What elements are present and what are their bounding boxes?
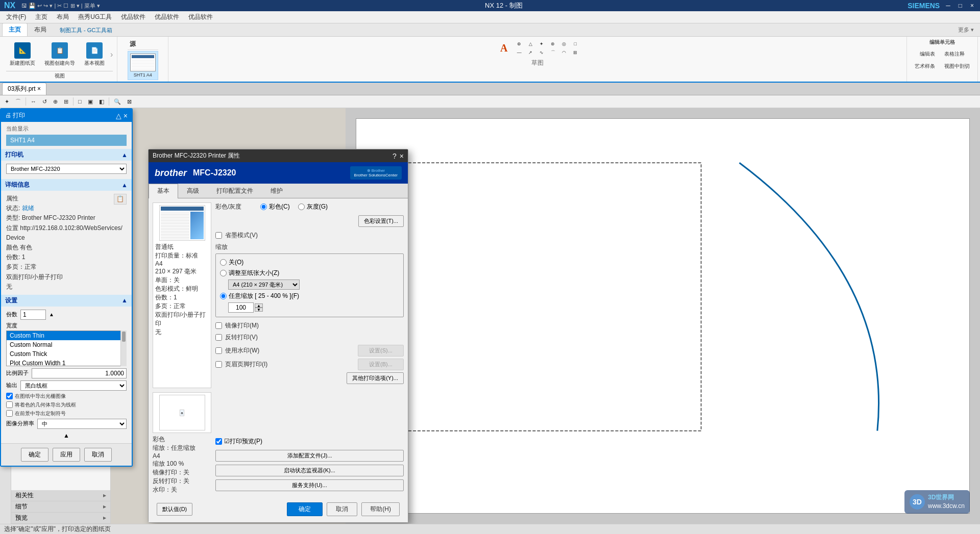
listbox-item-2[interactable]: Custom Thick bbox=[7, 349, 126, 359]
tab-basic[interactable]: 基本 bbox=[149, 184, 178, 198]
radio-scale-off[interactable]: 关(O) bbox=[220, 258, 243, 267]
btn-dim1[interactable]: ⊞ bbox=[570, 48, 580, 57]
tool-scale[interactable]: ⊕ bbox=[51, 97, 60, 106]
btn-line1[interactable]: — bbox=[514, 48, 524, 57]
print-printer-section-header[interactable]: 打印机 ▲ bbox=[1, 149, 132, 161]
reverse-check[interactable] bbox=[215, 334, 222, 341]
btn-apply[interactable]: 应用 bbox=[53, 448, 80, 462]
props-cancel-btn[interactable]: 取消 bbox=[327, 502, 357, 516]
btn-text[interactable]: A bbox=[495, 41, 513, 56]
copies-input[interactable] bbox=[20, 310, 46, 320]
btn-table-note[interactable]: 表格注释 bbox=[941, 49, 968, 59]
props-help-footer-btn[interactable]: 帮助(H) bbox=[361, 502, 400, 516]
btn-view-create[interactable]: 📋 视图创建向导 bbox=[41, 41, 79, 68]
save-toner-check[interactable] bbox=[215, 232, 222, 239]
mirror-check[interactable] bbox=[215, 322, 222, 329]
doc-tab-0[interactable]: 03系列.prt × bbox=[2, 83, 46, 95]
tool-view1[interactable]: □ bbox=[76, 97, 84, 106]
close-button[interactable]: × bbox=[968, 2, 976, 9]
tool-rotate[interactable]: ↺ bbox=[40, 97, 50, 106]
print-preview-check[interactable] bbox=[215, 438, 222, 445]
service-btn[interactable]: 服务支持(U)... bbox=[215, 479, 404, 491]
print-dialog-close[interactable]: × bbox=[124, 112, 128, 120]
btn-symbol4[interactable]: ⊗ bbox=[548, 40, 558, 48]
color-settings-button[interactable]: 色彩设置(T)... bbox=[358, 215, 404, 227]
btn-art-sample[interactable]: 艺术样条 bbox=[911, 61, 939, 71]
tool-mirror[interactable]: ⊞ bbox=[61, 97, 71, 106]
check-symbols[interactable] bbox=[6, 410, 13, 417]
check-raster[interactable] bbox=[6, 393, 13, 399]
other-options-btn[interactable]: 其他打印选项(Y)... bbox=[347, 372, 404, 384]
btn-symbol6[interactable]: □ bbox=[570, 40, 580, 48]
tab-advanced[interactable]: 高级 bbox=[178, 184, 208, 198]
image-res-select[interactable]: 中 bbox=[37, 419, 127, 429]
header-settings-btn[interactable]: 设置(B)... bbox=[358, 359, 404, 370]
scale-value-input[interactable] bbox=[228, 302, 254, 313]
source-sheet-preview[interactable]: SHT1 A4 bbox=[128, 51, 158, 80]
radio-scale-fit-input[interactable] bbox=[220, 270, 227, 276]
watermark-check[interactable] bbox=[215, 347, 222, 354]
radio-scale-fit[interactable]: 调整至纸张大小(Z) bbox=[220, 269, 279, 277]
width-listbox[interactable]: Custom Thin Custom Normal Custom Thick P… bbox=[6, 330, 127, 366]
menu-premium1[interactable]: 优品软件 bbox=[117, 12, 150, 22]
btn-symbol1[interactable]: ⊕ bbox=[514, 40, 524, 48]
tab-maintenance[interactable]: 维护 bbox=[262, 184, 291, 198]
btn-symbol2[interactable]: △ bbox=[525, 40, 535, 48]
btn-line5[interactable]: ◠ bbox=[559, 48, 569, 57]
paper-size-select[interactable]: A4 (210 × 297 毫米) bbox=[228, 279, 300, 290]
btn-line3[interactable]: ∿ bbox=[536, 48, 547, 57]
listbox-scrollbar[interactable] bbox=[120, 330, 127, 366]
tab-layout[interactable]: 布局 bbox=[28, 23, 53, 36]
btn-new-drawing[interactable]: 📐 新建图纸页 bbox=[6, 41, 39, 68]
listbox-item-3[interactable]: Plot Custom Width 1 bbox=[7, 359, 126, 366]
props-close-btn[interactable]: × bbox=[400, 152, 404, 160]
start-monitor-btn[interactable]: 启动状态监视器(K)... bbox=[215, 465, 404, 476]
menu-home[interactable]: 主页 bbox=[31, 12, 52, 22]
btn-line2[interactable]: ↗ bbox=[525, 48, 535, 57]
btn-base-view[interactable]: 📄 基本视图 bbox=[81, 41, 108, 68]
section-detail-header[interactable]: 细节 ▶ bbox=[11, 501, 110, 513]
property-icon-btn[interactable]: 📋 bbox=[114, 194, 127, 205]
print-preview-check-label[interactable]: ☑打印预览(P) bbox=[215, 437, 404, 446]
radio-scale-custom-input[interactable] bbox=[220, 293, 227, 299]
btn-line4[interactable]: ⌒ bbox=[548, 48, 558, 57]
menu-yanxiu[interactable]: 燕秀UG工具 bbox=[74, 12, 116, 22]
btn-symbol5[interactable]: ◎ bbox=[559, 40, 569, 48]
radio-scale-custom[interactable]: 任意缩放 [ 25 - 400 % ](F) bbox=[220, 292, 299, 300]
btn-cancel[interactable]: 取消 bbox=[84, 448, 112, 462]
tool-curve[interactable]: ⌒ bbox=[13, 97, 23, 107]
radio-gray[interactable]: 灰度(G) bbox=[298, 202, 328, 211]
radio-color[interactable]: 彩色(C) bbox=[260, 202, 290, 211]
tab-drawing-tools[interactable]: 制图工具 - GC工具箱 bbox=[53, 24, 119, 36]
restore-button[interactable]: □ bbox=[957, 2, 964, 9]
btn-symbol3[interactable]: ✦ bbox=[536, 40, 547, 48]
radio-color-input[interactable] bbox=[260, 204, 267, 210]
print-dialog-expand[interactable]: △ bbox=[116, 112, 121, 120]
section-preview-header[interactable]: 预览 ▶ bbox=[11, 513, 110, 524]
printer-select[interactable]: Brother MFC-J2320 bbox=[6, 164, 127, 174]
scale-factor-input[interactable] bbox=[32, 368, 127, 378]
radio-gray-input[interactable] bbox=[298, 204, 305, 210]
menu-file[interactable]: 文件(F) bbox=[2, 12, 30, 22]
copies-spinner-up[interactable]: ▲ bbox=[49, 312, 54, 317]
tool-move[interactable]: ↔ bbox=[28, 97, 39, 106]
listbox-item-1[interactable]: Custom Normal bbox=[7, 340, 126, 349]
props-help-btn[interactable]: ? bbox=[393, 152, 397, 160]
section-related-header[interactable]: 相关性 ▶ bbox=[11, 490, 110, 501]
print-details-section-header[interactable]: 详细信息 ▲ bbox=[1, 179, 132, 191]
ribbon-expand-view[interactable]: › bbox=[110, 50, 113, 59]
radio-scale-off-input[interactable] bbox=[220, 259, 227, 266]
check-shaded[interactable] bbox=[6, 401, 13, 408]
print-settings-section-header[interactable]: 设置 ▲ bbox=[1, 295, 132, 307]
tool-zoom-in[interactable]: 🔍 bbox=[111, 97, 124, 106]
btn-edit-table[interactable]: 编辑表 bbox=[916, 49, 939, 59]
menu-premium3[interactable]: 优品软件 bbox=[184, 12, 217, 22]
tool-zoom-fit[interactable]: ⊠ bbox=[125, 97, 134, 106]
default-btn[interactable]: 默认值(D) bbox=[157, 503, 192, 516]
current-sheet-item[interactable]: SHT1 A4 bbox=[6, 135, 127, 146]
spin-down[interactable]: ▼ bbox=[255, 308, 263, 312]
btn-view-cut[interactable]: 视图中剖切 bbox=[941, 61, 973, 71]
menu-layout[interactable]: 布局 bbox=[53, 12, 73, 22]
tab-print-config[interactable]: 打印配置文件 bbox=[208, 184, 262, 198]
scroll-up-indicator[interactable]: ▲ bbox=[6, 431, 127, 440]
